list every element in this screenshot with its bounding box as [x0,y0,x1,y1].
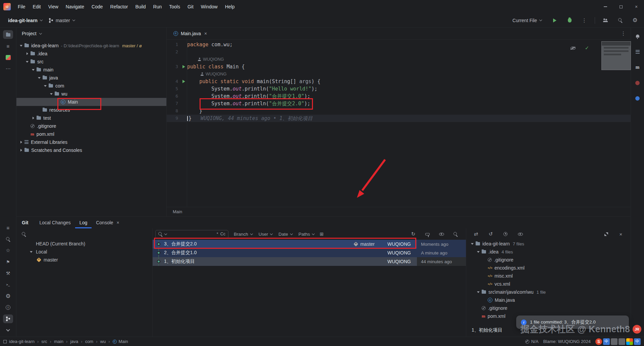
breadcrumb-item[interactable]: com [85,339,94,344]
branch-widget[interactable]: master [46,16,78,25]
code-line[interactable]: 9} WUQIONG, 44 minutes ago • 1、初始化项目 [167,115,631,122]
editor-tabs-options-icon[interactable]: ⋮ [621,31,626,37]
changed-file-item[interactable]: idea-git-learn7 files [466,240,631,248]
changed-file-item[interactable]: .idea4 files [466,248,631,256]
project-tree-item[interactable]: wu [16,90,166,98]
handwriting-icon[interactable] [619,338,625,345]
line-number[interactable]: 6 [167,93,180,100]
chevron-right-icon[interactable] [18,149,24,152]
project-tree-item[interactable]: com [16,82,166,90]
annotations-visibility-icon[interactable] [569,44,577,52]
menu-git[interactable]: Git [184,3,197,11]
services-tool-icon[interactable]: ⚙ [3,292,13,300]
breadcrumb-item[interactable]: Main [119,339,128,344]
changed-file-item[interactable]: .gitignore [466,256,631,264]
menu-run[interactable]: Run [150,3,166,11]
menu-tools[interactable]: Tools [165,3,184,11]
run-button[interactable] [550,16,559,25]
code-editor[interactable]: 1package com.wu;2WUQIONG3public class Ma… [167,40,631,207]
menu-view[interactable]: View [45,3,62,11]
database-icon[interactable] [633,48,643,56]
chevron-right-icon[interactable] [24,52,30,55]
find-tool-icon[interactable] [3,235,13,243]
menu-edit[interactable]: Edit [29,3,45,11]
more-tool-windows-icon[interactable]: ⋯ [3,64,13,73]
app-logo-icon[interactable]: IJ [3,3,11,10]
project-tree-item[interactable]: main [16,66,166,74]
filter-user[interactable]: User [259,232,273,237]
ms-grid-icon[interactable] [626,338,633,345]
tab-log[interactable]: Log [75,217,92,228]
tool-window-switcher-icon[interactable] [3,340,7,343]
maximize-button[interactable] [613,0,629,13]
changed-file-item[interactable]: </>vcs.xml [466,280,631,288]
code-with-me-icon[interactable] [601,16,610,25]
chevron-down-icon[interactable] [470,243,475,245]
chevron-down-icon[interactable] [43,85,48,87]
search-everywhere-icon[interactable] [616,16,625,25]
dependencies-icon[interactable] [633,94,643,103]
close-tab-icon[interactable]: × [117,220,119,225]
run-config-widget[interactable]: Current File [509,16,545,25]
line-number[interactable]: 2 [167,48,180,56]
tab-console[interactable]: Console× [92,217,124,228]
bookmarks-icon[interactable]: ⚑ [3,257,13,266]
keyboard-icon[interactable]: 中 [634,338,641,345]
notifications-icon[interactable] [633,32,643,41]
breadcrumb-item[interactable]: Main [173,209,182,214]
chevron-down-icon[interactable] [37,77,42,79]
changed-file-item[interactable]: .gitignore [466,304,631,312]
line-number[interactable]: 5 [167,85,180,93]
changed-file-item[interactable]: CMain.java [466,296,631,304]
menu-navigate[interactable]: Navigate [62,3,88,11]
search-icon[interactable] [22,232,26,236]
tab-local-changes[interactable]: Local Changes [35,217,75,228]
menu-help[interactable]: Help [221,3,238,11]
project-tree-item[interactable]: idea-git-learn- D:\Idea\Project\idea-git… [16,42,166,50]
chevron-down-icon[interactable] [29,251,34,253]
chevron-down-icon[interactable] [18,45,24,47]
refresh-icon[interactable]: ↻ [409,230,418,238]
match-case-toggle[interactable]: Cc [220,232,225,236]
compare-icon[interactable]: ⇄ [472,230,480,238]
menu-window[interactable]: Window [197,3,221,11]
project-tree-item[interactable]: java [16,74,166,82]
expand-icon[interactable] [602,230,610,238]
profiler-icon[interactable] [633,78,643,87]
tab-main-java[interactable]: C Main.java × [170,27,210,40]
chevron-right-icon[interactable] [31,117,36,119]
breadcrumb-item[interactable]: java [70,339,78,344]
history-icon[interactable] [501,230,510,238]
breadcrumb-item[interactable]: wu [100,339,106,344]
voice-input-icon[interactable] [611,338,618,345]
preview-diff-icon[interactable] [516,230,525,238]
sogou-input-icon[interactable]: S [595,338,602,345]
run-line-icon[interactable] [180,80,187,83]
find-icon[interactable] [451,230,460,238]
filter-paths[interactable]: Paths [299,232,315,237]
menu-file[interactable]: File [14,3,29,11]
structure-tool-icon[interactable]: ≡ [3,42,13,50]
problems-tool-icon[interactable]: ! [3,303,13,312]
project-tree-item[interactable]: .gitignore [16,122,166,130]
line-number[interactable]: 7 [167,100,180,107]
project-tree-item[interactable]: src [16,58,166,66]
terminal-tool-icon[interactable]: >_ [3,280,13,289]
project-tree-item[interactable]: test [16,114,166,122]
changed-file-item[interactable]: src\main\java\com\wu1 file [466,288,631,296]
plugin-tool-icon[interactable] [3,53,13,62]
new-log-tab-icon[interactable]: ⊞ [320,231,324,237]
project-tool-icon[interactable] [3,30,13,39]
git-tool-icon[interactable] [3,314,13,323]
chevron-down-icon[interactable] [49,93,54,95]
changed-file-item[interactable]: </>misc.xml [466,272,631,280]
code-line[interactable]: 1package com.wu; [167,41,631,48]
changed-file-item[interactable]: </>encodings.xml [466,264,631,272]
project-tree-item[interactable]: mpom.xml [16,130,166,138]
menu-refactor[interactable]: Refactor [107,3,132,11]
project-widget[interactable]: idea-git-learn [5,16,46,25]
annotation-row[interactable]: WUQIONG [167,56,631,63]
hide-toolwindows-icon[interactable] [3,326,13,335]
rollback-icon[interactable]: ↺ [486,230,495,238]
filter-branch[interactable]: Branch [234,232,253,237]
